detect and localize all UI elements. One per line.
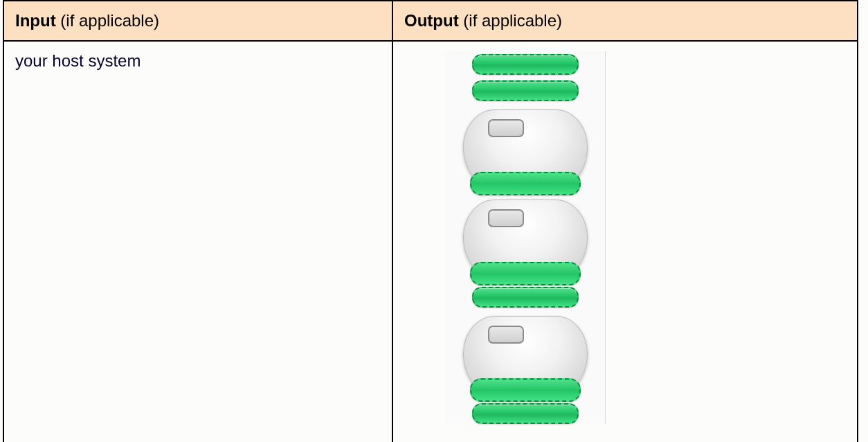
- diagram-mouse: [463, 200, 588, 281]
- diagram-pill: [472, 54, 579, 75]
- mouse-base-bar: [470, 378, 581, 402]
- input-header-bold: Input: [15, 11, 56, 30]
- diagram-pill: [472, 403, 579, 424]
- diagram-pill: [472, 80, 579, 101]
- input-header-rest: (if applicable): [56, 11, 159, 30]
- diagram-pill: [472, 287, 579, 308]
- output-header: Output (if applicable): [392, 1, 858, 41]
- mouse-base-bar: [470, 172, 581, 195]
- mouse-base-bar: [470, 262, 581, 285]
- mouse-left-button: [488, 326, 524, 344]
- input-cell: your host system: [3, 41, 392, 442]
- output-cell: [392, 41, 858, 442]
- io-table: Input (if applicable) Output (if applica…: [3, 0, 858, 442]
- output-header-rest: (if applicable): [459, 11, 562, 30]
- input-text: your host system: [15, 51, 141, 70]
- mouse-left-button: [488, 119, 524, 137]
- mouse-left-button: [488, 209, 524, 227]
- diagram-mouse: [463, 109, 588, 191]
- input-header: Input (if applicable): [3, 1, 392, 41]
- output-diagram: [446, 51, 606, 424]
- diagram-mouse: [463, 316, 588, 398]
- output-header-bold: Output: [404, 11, 459, 30]
